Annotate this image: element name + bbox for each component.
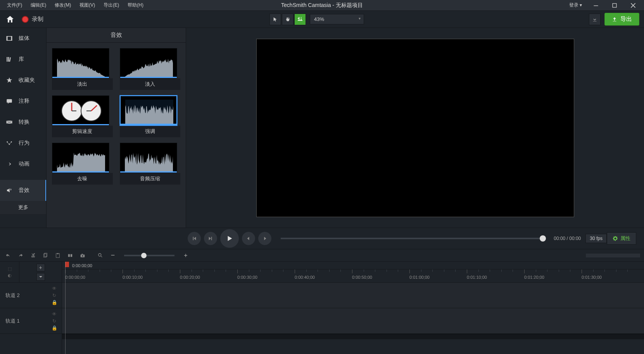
paste-icon[interactable] — [54, 251, 62, 260]
track-lane-1[interactable] — [62, 308, 644, 334]
add-track-button[interactable]: + — [36, 264, 45, 271]
sidebar-item-favorites[interactable]: 收藏夹 — [0, 70, 46, 91]
snap-icon[interactable]: ◐ — [8, 273, 12, 278]
next-frame-icon[interactable] — [204, 232, 217, 245]
effect-item-fadein[interactable]: 淡入 — [120, 48, 181, 90]
track-visible-icon[interactable]: 👁 — [52, 311, 57, 317]
playhead-marker[interactable] — [65, 262, 69, 267]
ruler-tick: 0:01:20;00 — [524, 275, 544, 280]
effect-label: 去噪 — [52, 173, 113, 185]
fps-display[interactable]: 30 fps — [585, 234, 607, 243]
track-menu-button[interactable] — [36, 273, 45, 281]
track-mute-icon[interactable]: ↻ — [52, 318, 56, 324]
pointer-tool-icon[interactable] — [269, 14, 281, 25]
svg-rect-6 — [11, 36, 12, 41]
track-header-1[interactable]: 轨道 1 👁 ↻ 🔒 — [0, 308, 62, 334]
menu-file[interactable]: 文件(F) — [3, 0, 26, 10]
ruler-tick: 0:01:30;00 — [582, 275, 602, 280]
playhead-line[interactable] — [65, 262, 66, 354]
copy-icon[interactable] — [41, 251, 50, 260]
crop-tool-icon[interactable] — [294, 14, 306, 25]
track-visible-icon[interactable]: 👁 — [52, 286, 57, 291]
zoom-in-icon[interactable]: + — [181, 251, 190, 260]
animation-icon — [5, 160, 13, 168]
sidebar-item-more[interactable]: 更多 — [0, 201, 46, 214]
zoom-select[interactable]: 43% — [310, 14, 364, 24]
split-icon[interactable] — [66, 251, 74, 260]
zoom-slider-handle[interactable] — [141, 253, 147, 258]
zoom-search-icon[interactable] — [96, 251, 105, 260]
effect-label: 淡入 — [120, 78, 181, 90]
ruler-tick: 0:00:50;00 — [352, 275, 372, 280]
playback-progress[interactable] — [281, 238, 546, 239]
sidebar-item-annotation[interactable]: 注释 — [0, 91, 46, 112]
effect-thumb — [120, 143, 177, 173]
ruler-tick: 0:00:20;00 — [180, 275, 200, 280]
export-button[interactable]: 导出 — [604, 13, 639, 26]
redo-icon[interactable] — [16, 251, 25, 260]
step-forward-icon[interactable] — [258, 232, 271, 245]
minimize-icon[interactable] — [588, 1, 604, 10]
effect-item-compress[interactable]: 音频压缩 — [120, 143, 181, 185]
menu-view[interactable]: 视图(V) — [76, 0, 99, 10]
download-icon[interactable] — [589, 14, 601, 25]
menu-modify[interactable]: 修改(M) — [51, 0, 75, 10]
effect-thumb: › — [52, 95, 109, 126]
sidebar-item-audio-effects[interactable]: 音效 — [0, 180, 46, 201]
undo-icon[interactable] — [4, 251, 12, 260]
ruler-tick: 0:00:40;00 — [295, 275, 315, 280]
zoom-out-icon[interactable]: − — [109, 251, 117, 260]
login-button[interactable]: 登录 ▾ — [566, 1, 585, 9]
cut-icon[interactable] — [29, 251, 37, 260]
camera-icon[interactable] — [78, 251, 87, 260]
svg-marker-28 — [125, 153, 173, 171]
timeline-ruler[interactable]: 0:00:00;000:00:10;000:00:20;000:00:30;00… — [62, 269, 644, 283]
effect-label: 剪辑速度 — [52, 126, 113, 137]
effect-item-fadeout[interactable]: 淡出 — [52, 48, 113, 90]
sidebar-item-label: 注释 — [19, 98, 29, 105]
effect-item-denoise[interactable]: 去噪 — [52, 143, 113, 185]
star-icon — [5, 76, 13, 84]
sidebar-item-behavior[interactable]: 行为 — [0, 133, 46, 154]
ruler-tick: 0:00:00;00 — [65, 275, 85, 280]
hand-tool-icon[interactable] — [282, 14, 294, 25]
menu-edit[interactable]: 编辑(E) — [27, 0, 50, 10]
progress-handle[interactable] — [540, 235, 546, 242]
track-lock-icon[interactable]: 🔒 — [52, 300, 57, 305]
svg-rect-9 — [9, 57, 11, 62]
prev-frame-icon[interactable] — [188, 232, 201, 245]
magnet-icon[interactable]: ⬚ — [8, 266, 12, 271]
timeline-horizontal-scrollbar[interactable] — [62, 334, 644, 339]
track-lane-2[interactable] — [62, 283, 644, 308]
timeline-mini-scroll[interactable] — [586, 254, 640, 257]
timeline-zoom-slider[interactable] — [124, 255, 174, 256]
track-mute-icon[interactable]: ↻ — [52, 293, 56, 298]
ruler-tick: 0:00:30;00 — [237, 275, 257, 280]
maximize-icon[interactable] — [607, 1, 622, 10]
effect-item-emphasize[interactable]: 强调 — [120, 95, 181, 137]
effect-thumb — [120, 95, 177, 126]
preview-canvas[interactable] — [256, 39, 574, 217]
sidebar-item-animation[interactable]: 动画 — [0, 154, 46, 174]
record-button[interactable]: 录制 — [22, 16, 43, 23]
track-lock-icon[interactable]: 🔒 — [52, 325, 57, 331]
close-icon[interactable] — [625, 1, 641, 10]
home-icon[interactable] — [5, 14, 16, 25]
menu-help[interactable]: 帮助(H) — [124, 0, 147, 10]
properties-button[interactable]: 属性 — [607, 232, 636, 245]
svg-point-38 — [98, 253, 101, 256]
sidebar-item-label: 动画 — [19, 161, 29, 168]
sidebar-item-transition[interactable]: 转换 — [0, 112, 46, 133]
svg-rect-34 — [71, 254, 72, 257]
transition-icon — [5, 118, 13, 126]
sidebar-item-media[interactable]: 媒体 — [0, 28, 46, 49]
play-button[interactable] — [220, 229, 239, 248]
step-back-icon[interactable] — [242, 232, 255, 245]
sidebar-item-library[interactable]: 库 — [0, 49, 46, 70]
effect-item-clock[interactable]: ›剪辑速度 — [52, 95, 113, 137]
track-header-2[interactable]: 轨道 2 👁 ↻ 🔒 — [0, 283, 62, 308]
time-display: 00:00 / 00:00 — [554, 236, 581, 241]
menu-export[interactable]: 导出(E) — [100, 0, 123, 10]
library-icon — [5, 55, 13, 63]
svg-rect-0 — [594, 5, 598, 6]
